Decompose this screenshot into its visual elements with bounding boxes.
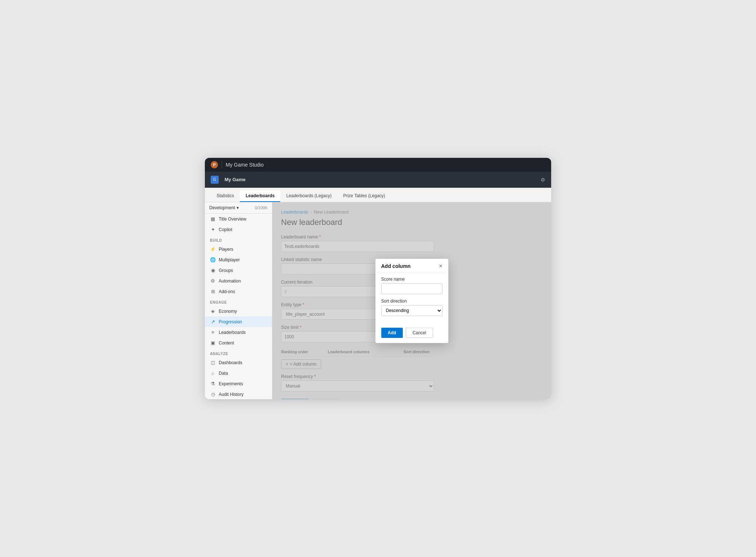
score-name-group: Score name — [381, 277, 443, 294]
environment-label: Development — [209, 205, 235, 210]
leaderboards-nav-icon: ≡ — [210, 330, 216, 335]
sidebar-label: Economy — [219, 309, 237, 314]
dashboards-icon: ◫ — [210, 360, 216, 365]
app-logo: P — [211, 161, 218, 168]
addons-icon: ⊞ — [210, 289, 216, 294]
sidebar-item-leaderboards[interactable]: ≡ Leaderboards — [205, 327, 272, 338]
chevron-down-icon: ▾ — [237, 205, 239, 210]
sidebar-item-title-overview[interactable]: ▦ Title Overview — [205, 214, 272, 224]
modal-overlay: Add column × Score name Sort direction D… — [272, 202, 551, 399]
content-icon: ▣ — [210, 340, 216, 346]
sidebar-item-players[interactable]: ⚡ Players — [205, 244, 272, 254]
content-area: Leaderboards › New Leaderboard New leade… — [272, 202, 551, 399]
sidebar-item-dashboards[interactable]: ◫ Dashboards — [205, 357, 272, 368]
sort-direction-select[interactable]: Descending Ascending — [381, 305, 443, 316]
sidebar-item-copilot[interactable]: ✦ Copilot — [205, 224, 272, 235]
sidebar-item-progression[interactable]: ↗ Progression — [205, 316, 272, 327]
sidebar-label: Progression — [219, 319, 242, 324]
tab-bar: Statistics Leaderboards Leaderboards (Le… — [205, 188, 551, 202]
sidebar-label: Data — [219, 371, 228, 376]
section-engage: ENGAGE — [205, 297, 272, 306]
multiplayer-icon: 🌐 — [210, 257, 216, 262]
sidebar-label: Multiplayer — [219, 257, 240, 262]
groups-icon: ◉ — [210, 268, 216, 273]
tab-statistics[interactable]: Statistics — [211, 190, 240, 202]
sidebar-item-automation[interactable]: ⚙ Automation — [205, 276, 272, 286]
progression-icon: ↗ — [210, 319, 216, 324]
data-icon: ⌕ — [210, 370, 216, 376]
env-count: 0/100K — [255, 206, 268, 210]
top-bar-divider — [222, 161, 222, 168]
modal-body: Score name Sort direction Descending Asc… — [375, 272, 448, 325]
tab-leaderboards-legacy[interactable]: Leaderboards (Legacy) — [280, 190, 337, 202]
modal-title: Add column — [381, 263, 411, 269]
sidebar-label: Dashboards — [219, 360, 242, 365]
score-name-label: Score name — [381, 277, 443, 282]
sidebar-label: Audit History — [219, 392, 243, 397]
chart-icon: ▦ — [210, 216, 216, 222]
sidebar-item-experiments[interactable]: ⚗ Experiments — [205, 378, 272, 389]
sidebar-item-multiplayer[interactable]: 🌐 Multiplayer — [205, 254, 272, 265]
tab-prize-tables-legacy[interactable]: Prize Tables (Legacy) — [337, 190, 391, 202]
sidebar-label: Add-ons — [219, 289, 235, 294]
modal-cancel-button[interactable]: Cancel — [406, 328, 433, 338]
sidebar-label: Copilot — [219, 227, 232, 232]
automation-icon: ⚙ — [210, 278, 216, 284]
section-build: BUILD — [205, 235, 272, 244]
modal-footer: Add Cancel — [375, 325, 448, 343]
sidebar-label: Content — [219, 340, 234, 346]
sidebar-item-data[interactable]: ⌕ Data — [205, 368, 272, 378]
sort-direction-label: Sort direction — [381, 299, 443, 304]
sidebar-item-groups[interactable]: ◉ Groups — [205, 265, 272, 276]
sidebar-label: Experiments — [219, 381, 243, 386]
sidebar-label: Players — [219, 247, 233, 252]
sidebar-item-addons[interactable]: ⊞ Add-ons — [205, 286, 272, 297]
add-column-modal: Add column × Score name Sort direction D… — [375, 259, 448, 343]
sidebar-item-content[interactable]: ▣ Content — [205, 338, 272, 348]
modal-close-button[interactable]: × — [439, 263, 442, 269]
sidebar-item-economy[interactable]: ◈ Economy — [205, 306, 272, 316]
settings-icon[interactable]: ⚙ — [541, 177, 545, 183]
audit-icon: ◷ — [210, 392, 216, 397]
experiments-icon: ⚗ — [210, 381, 216, 386]
sidebar-item-audit-history[interactable]: ◷ Audit History — [205, 389, 272, 399]
sidebar: Development ▾ 0/100K ▦ Title Overview ✦ … — [205, 202, 272, 399]
score-name-input[interactable] — [381, 283, 443, 294]
sidebar-label: Leaderboards — [219, 330, 246, 335]
main-layout: Development ▾ 0/100K ▦ Title Overview ✦ … — [205, 202, 551, 399]
economy-icon: ◈ — [210, 308, 216, 314]
environment-selector[interactable]: Development ▾ — [209, 205, 239, 210]
sidebar-label: Automation — [219, 278, 241, 284]
players-icon: ⚡ — [210, 246, 216, 252]
studio-name: My Game Studio — [226, 162, 264, 168]
sort-direction-group: Sort direction Descending Ascending — [381, 299, 443, 316]
game-icon: G — [211, 176, 219, 184]
app-window: P My Game Studio G My Game ⚙ Statistics … — [205, 158, 551, 399]
game-name: My Game — [225, 177, 246, 182]
tab-leaderboards[interactable]: Leaderboards — [240, 190, 280, 202]
section-analyze: ANALYZE — [205, 348, 272, 357]
modal-add-button[interactable]: Add — [381, 328, 403, 338]
sidebar-env: Development ▾ 0/100K — [205, 202, 272, 214]
top-bar: P My Game Studio — [205, 158, 551, 172]
sub-header: G My Game ⚙ — [205, 172, 551, 188]
sidebar-label: Title Overview — [219, 217, 246, 222]
sidebar-label: Groups — [219, 268, 233, 273]
modal-header: Add column × — [375, 259, 448, 272]
copilot-icon: ✦ — [210, 227, 216, 232]
